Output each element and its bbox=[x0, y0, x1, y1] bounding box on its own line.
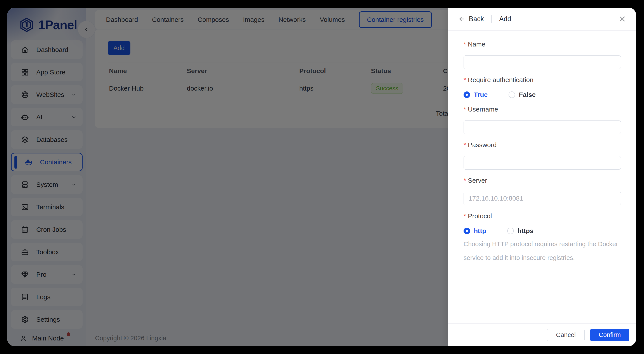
field-group-require-auth: *Require authentication True False bbox=[464, 76, 621, 98]
drawer-header: Back Add bbox=[448, 8, 636, 30]
required-mark: * bbox=[464, 40, 466, 48]
radio-selected-icon bbox=[464, 91, 470, 98]
radio-selected-icon bbox=[464, 228, 470, 234]
header-divider bbox=[491, 15, 492, 23]
back-button[interactable]: Back bbox=[458, 15, 484, 23]
server-label: *Server bbox=[464, 177, 621, 184]
username-input[interactable] bbox=[464, 120, 621, 134]
protocol-label: *Protocol bbox=[464, 212, 621, 220]
radio-true[interactable]: True bbox=[464, 91, 488, 98]
confirm-button[interactable]: Confirm bbox=[590, 329, 629, 341]
radio-https[interactable]: https bbox=[507, 227, 534, 235]
radio-http[interactable]: http bbox=[464, 227, 486, 235]
username-label: *Username bbox=[464, 106, 621, 113]
name-input[interactable] bbox=[464, 55, 621, 69]
require-auth-radio-group: True False bbox=[464, 91, 621, 98]
close-icon[interactable] bbox=[619, 15, 626, 23]
field-group-protocol: *Protocol http https Choosing HTTP proto… bbox=[464, 212, 621, 265]
drawer-title: Add bbox=[499, 15, 511, 23]
protocol-radio-group: http https bbox=[464, 227, 621, 235]
add-registry-drawer: Back Add *Name *Require authentication T… bbox=[448, 8, 636, 346]
cancel-button[interactable]: Cancel bbox=[547, 329, 584, 341]
drawer-form: *Name *Require authentication True False bbox=[448, 30, 636, 324]
required-mark: * bbox=[464, 106, 466, 113]
password-input[interactable] bbox=[464, 156, 621, 170]
app-window: 1Panel Dashboard App Store WebSites bbox=[7, 8, 636, 346]
server-input[interactable] bbox=[464, 192, 621, 205]
arrow-left-icon bbox=[458, 15, 465, 22]
required-mark: * bbox=[464, 177, 466, 184]
required-mark: * bbox=[464, 141, 466, 148]
field-group-name: *Name bbox=[464, 40, 621, 69]
password-label: *Password bbox=[464, 141, 621, 149]
field-group-username: *Username bbox=[464, 106, 621, 134]
require-auth-label: *Require authentication bbox=[464, 76, 621, 84]
protocol-help-text: Choosing HTTP protocol requires restarti… bbox=[464, 237, 621, 265]
required-mark: * bbox=[464, 212, 466, 220]
field-group-server: *Server bbox=[464, 177, 621, 205]
drawer-footer: Cancel Confirm bbox=[448, 324, 636, 346]
required-mark: * bbox=[464, 76, 466, 83]
radio-unselected-icon bbox=[507, 228, 514, 234]
back-label: Back bbox=[469, 15, 484, 23]
radio-unselected-icon bbox=[508, 91, 515, 98]
radio-false[interactable]: False bbox=[508, 91, 536, 98]
name-label: *Name bbox=[464, 40, 621, 48]
field-group-password: *Password bbox=[464, 141, 621, 170]
